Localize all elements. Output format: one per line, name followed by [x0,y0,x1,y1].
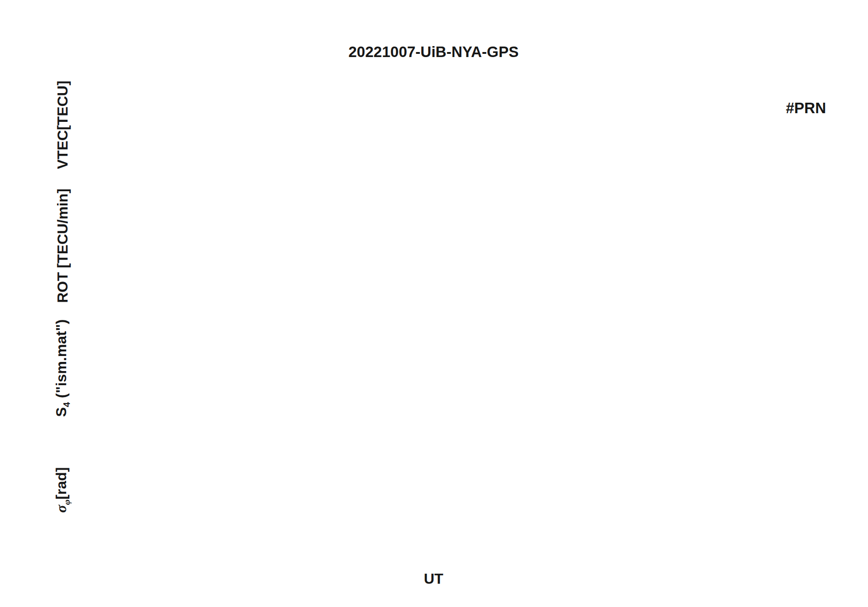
x-axis-label: UT [86,570,781,587]
figure: 20221007-UiB-NYA-GPS VTEC[TECU] ROT [TEC… [0,0,868,607]
sigma-symbol: σ [53,505,69,513]
s4-suffix: ("ism.mat") [53,319,69,402]
chart-canvas [0,0,868,607]
colorbar-title: #PRN [782,99,830,117]
y-axis-label-sigma: σφ[rad] [53,394,73,586]
sigma-suffix: [rad] [53,467,69,499]
phi-subscript: φ [62,500,72,505]
chart-title: 20221007-UiB-NYA-GPS [86,43,781,61]
